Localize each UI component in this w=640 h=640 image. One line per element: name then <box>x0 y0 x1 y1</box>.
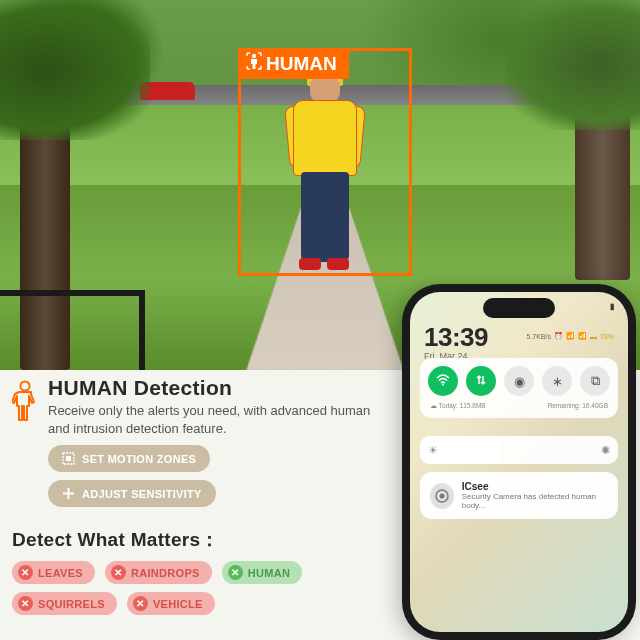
info-panel: HUMAN Detection Receive only the alerts … <box>12 376 392 615</box>
notification-card[interactable]: ICsee Security Camera has detected human… <box>420 472 618 519</box>
notification-message: Security Camera has detected human body.… <box>462 492 608 510</box>
chip-vehicle: ✕VEHICLE <box>127 592 215 615</box>
button-label: SET MOTION ZONES <box>82 453 196 465</box>
net-speed: 5.7KB/s <box>526 333 551 340</box>
screenshot-toggle[interactable]: ⧉ <box>580 366 610 396</box>
lock-screen-time: 13:39 <box>424 322 488 353</box>
button-label: ADJUST SENSITIVITY <box>82 488 202 500</box>
chip-squirrels: ✕SQUIRRELS <box>12 592 117 615</box>
svg-point-1 <box>20 381 29 390</box>
signal-icon: ▮ <box>610 302 614 311</box>
mobile-data-toggle[interactable] <box>466 366 496 396</box>
bluetooth-icon: ∗ <box>552 374 563 389</box>
svg-rect-3 <box>66 456 71 461</box>
brightness-slider[interactable]: ☀ ✺ <box>420 436 618 464</box>
info-title: HUMAN Detection <box>48 376 378 400</box>
eye-icon: ◉ <box>514 374 525 389</box>
detection-chips: ✕LEAVES ✕RAINDROPS ✕HUMAN ✕SQUIRRELS ✕VE… <box>12 561 312 615</box>
auto-brightness-icon: ✺ <box>601 444 610 457</box>
detection-label: HUMAN <box>238 48 349 79</box>
data-icon <box>475 374 487 389</box>
set-motion-zones-button[interactable]: SET MOTION ZONES <box>48 445 210 472</box>
app-icon <box>430 483 454 509</box>
zones-icon <box>62 452 75 465</box>
check-icon: ✕ <box>228 565 243 580</box>
notification-app-name: ICsee <box>462 481 608 492</box>
adjust-sensitivity-button[interactable]: ADJUST SENSITIVITY <box>48 480 216 507</box>
quick-settings-panel: ◉ ∗ ⧉ ☁ Today: 115.8MB Remaining: 16.40G… <box>420 358 618 418</box>
svg-point-8 <box>439 493 444 498</box>
x-icon: ✕ <box>18 565 33 580</box>
x-icon: ✕ <box>18 596 33 611</box>
battery-icon: ▬ <box>590 333 597 340</box>
screenshot-icon: ⧉ <box>591 373 600 389</box>
human-icon <box>12 380 38 426</box>
sensitivity-icon <box>62 487 75 500</box>
sun-icon: ☀ <box>428 444 438 457</box>
chip-raindrops: ✕RAINDROPS <box>105 561 212 584</box>
status-bar: 13:39 ▮ <box>410 302 628 311</box>
svg-point-6 <box>442 383 444 385</box>
wifi-toggle[interactable] <box>428 366 458 396</box>
human-icon <box>246 52 262 75</box>
signal-icon: 📶 <box>566 332 575 340</box>
chip-human: ✕HUMAN <box>222 561 302 584</box>
bluetooth-toggle[interactable]: ∗ <box>542 366 572 396</box>
alarm-icon: ⏰ <box>554 332 563 340</box>
wifi-icon: 📶 <box>578 332 587 340</box>
phone-screen: 13:39 ▮ 13:39 Fri, Mar 24 5.7KB/s ⏰ 📶 📶 … <box>410 292 628 632</box>
detection-bounding-box: HUMAN <box>238 48 412 276</box>
info-description: Receive only the alerts you need, with a… <box>48 402 378 437</box>
wifi-icon <box>436 373 450 390</box>
phone-mockup: 13:39 ▮ 13:39 Fri, Mar 24 5.7KB/s ⏰ 📶 📶 … <box>402 284 636 640</box>
svg-point-0 <box>252 54 256 58</box>
visibility-toggle[interactable]: ◉ <box>504 366 534 396</box>
detect-what-matters-title: Detect What Matters： <box>12 527 392 553</box>
data-today: 115.8MB <box>460 402 486 409</box>
x-icon: ✕ <box>133 596 148 611</box>
x-icon: ✕ <box>111 565 126 580</box>
chip-leaves: ✕LEAVES <box>12 561 95 584</box>
battery-percent: 78% <box>600 333 614 340</box>
cloud-icon: ☁ <box>430 402 437 409</box>
data-remaining: 16.40GB <box>582 402 608 409</box>
detection-label-text: HUMAN <box>266 53 337 75</box>
